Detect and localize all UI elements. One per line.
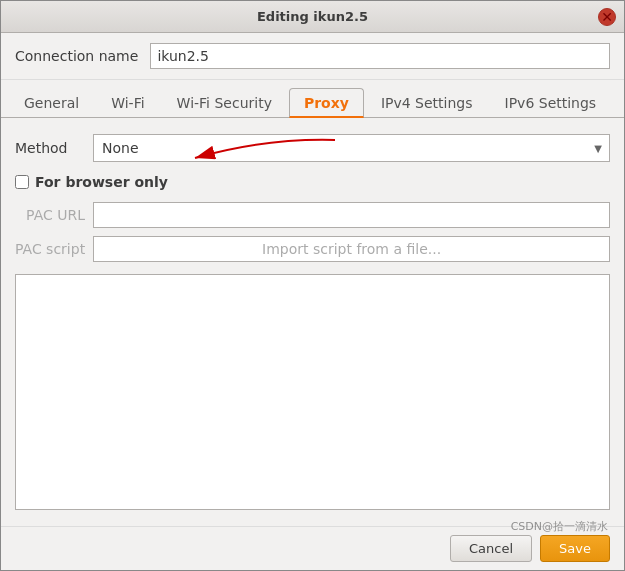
tab-general[interactable]: General bbox=[9, 87, 94, 117]
content-area: Method None Manual Automatic ▼ bbox=[1, 118, 624, 526]
method-select-wrapper: None Manual Automatic ▼ bbox=[93, 134, 610, 162]
save-button[interactable]: Save bbox=[540, 535, 610, 562]
method-label: Method bbox=[15, 140, 85, 156]
close-button[interactable]: ✕ bbox=[598, 8, 616, 26]
method-select[interactable]: None Manual Automatic bbox=[93, 134, 610, 162]
method-row: Method None Manual Automatic ▼ bbox=[15, 134, 610, 162]
pac-url-input[interactable] bbox=[93, 202, 610, 228]
pac-script-label: PAC script bbox=[15, 241, 85, 257]
connection-name-input[interactable] bbox=[150, 43, 610, 69]
tab-ipv4[interactable]: IPv4 Settings bbox=[366, 87, 488, 117]
for-browser-row: For browser only bbox=[15, 174, 610, 190]
tab-wifi[interactable]: Wi-Fi bbox=[96, 87, 159, 117]
pac-script-row: PAC script Import script from a file... bbox=[15, 236, 610, 262]
tab-ipv6[interactable]: IPv6 Settings bbox=[490, 87, 612, 117]
dialog-window: Editing ikun2.5 ✕ Connection name Genera… bbox=[0, 0, 625, 571]
pac-script-import-button[interactable]: Import script from a file... bbox=[93, 236, 610, 262]
bottom-bar: Cancel Save CSDN@拾一滴清水 bbox=[1, 526, 624, 570]
tab-proxy[interactable]: Proxy bbox=[289, 88, 364, 118]
tab-wifi-security[interactable]: Wi-Fi Security bbox=[162, 87, 287, 117]
window-title: Editing ikun2.5 bbox=[257, 9, 368, 24]
tabs-bar: General Wi-Fi Wi-Fi Security Proxy IPv4 … bbox=[1, 80, 624, 118]
titlebar: Editing ikun2.5 ✕ bbox=[1, 1, 624, 33]
close-icon: ✕ bbox=[601, 9, 613, 25]
script-text-area[interactable] bbox=[15, 274, 610, 510]
for-browser-checkbox[interactable] bbox=[15, 175, 29, 189]
for-browser-label: For browser only bbox=[35, 174, 168, 190]
cancel-button[interactable]: Cancel bbox=[450, 535, 532, 562]
connection-name-label: Connection name bbox=[15, 48, 138, 64]
pac-url-label: PAC URL bbox=[15, 207, 85, 223]
connection-name-row: Connection name bbox=[1, 33, 624, 80]
pac-url-row: PAC URL bbox=[15, 202, 610, 228]
